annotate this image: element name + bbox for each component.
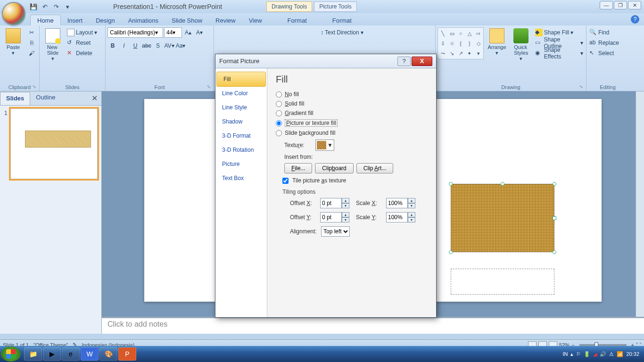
- maximize-button[interactable]: ❐: [614, 1, 627, 9]
- drawing-launcher-icon[interactable]: ⤡: [579, 84, 583, 89]
- vertical-scrollbar[interactable]: [636, 91, 644, 317]
- tray-lang[interactable]: IN: [562, 351, 568, 357]
- tray-clock[interactable]: 20:32: [626, 351, 639, 357]
- radio-slide-bg-fill[interactable]: [276, 130, 282, 136]
- shape-brace2-icon[interactable]: }: [465, 39, 474, 48]
- notes-pane[interactable]: Click to add notes: [102, 317, 644, 334]
- resize-handle-nw[interactable]: [449, 182, 453, 186]
- shape-rect-icon[interactable]: ▭: [448, 29, 456, 38]
- shape-arrow-icon[interactable]: ⇨: [474, 29, 483, 38]
- grow-font-icon[interactable]: A▴: [183, 27, 193, 38]
- shape-conn-icon[interactable]: ⤳: [439, 49, 447, 58]
- layout-button[interactable]: Layout ▾: [66, 27, 98, 38]
- insert-clipboard-button[interactable]: Clipboard: [315, 163, 353, 173]
- task-word-icon[interactable]: W: [81, 347, 99, 361]
- scale-x-down[interactable]: ▼: [408, 203, 415, 208]
- nav-textbox[interactable]: Text Box: [215, 171, 267, 185]
- tab-view[interactable]: View: [242, 15, 269, 25]
- offset-x-spinner[interactable]: ▲▼: [320, 198, 349, 208]
- shadow-button[interactable]: S: [153, 41, 163, 51]
- italic-button[interactable]: I: [119, 41, 129, 51]
- tile-checkbox[interactable]: [282, 178, 289, 184]
- shape-tri-icon[interactable]: △: [465, 29, 474, 38]
- font-family-combo[interactable]: Calibri (Headings)▾: [107, 27, 163, 38]
- shape-conn3-icon[interactable]: ↗: [456, 49, 465, 58]
- nav-3d-rotation[interactable]: 3-D Rotation: [215, 143, 267, 157]
- reset-button[interactable]: ↺Reset: [66, 38, 98, 48]
- radio-picture-row[interactable]: Picture or texture fill: [276, 118, 428, 128]
- task-explorer-icon[interactable]: 📁: [24, 347, 42, 361]
- text-direction-button[interactable]: ↕ Text Direction ▾: [320, 27, 364, 38]
- dialog-help-button[interactable]: ?: [397, 57, 411, 66]
- tab-design[interactable]: Design: [89, 15, 121, 25]
- task-mediaplayer-icon[interactable]: ▶: [43, 347, 61, 361]
- save-icon[interactable]: 💾: [28, 2, 39, 11]
- char-spacing-button[interactable]: AV▾: [164, 41, 174, 51]
- undo-icon[interactable]: ↶: [40, 2, 50, 11]
- offset-x-up[interactable]: ▲: [342, 198, 349, 203]
- paste-button[interactable]: Paste▾: [2, 27, 25, 57]
- tab-animations[interactable]: Animations: [122, 15, 165, 25]
- tab-slides-thumbnails[interactable]: Slides: [0, 92, 30, 105]
- scale-y-spinner[interactable]: ▲▼: [386, 212, 415, 222]
- shape-brace-icon[interactable]: {: [456, 39, 465, 48]
- bold-button[interactable]: B: [107, 41, 118, 51]
- tray-flag-icon[interactable]: ⚐: [576, 351, 581, 357]
- insert-clipart-button[interactable]: Clip Art...: [356, 163, 394, 173]
- cut-icon[interactable]: ✂: [26, 27, 37, 38]
- scale-y-up[interactable]: ▲: [408, 212, 415, 217]
- help-icon[interactable]: ?: [631, 15, 639, 24]
- offset-y-up[interactable]: ▲: [342, 212, 349, 217]
- strikethrough-button[interactable]: abc: [141, 41, 152, 51]
- texture-picker[interactable]: ▼: [315, 140, 334, 151]
- radio-gradient-row[interactable]: Gradient fill: [276, 108, 428, 118]
- shape-more-icon[interactable]: ▾: [474, 49, 483, 58]
- tray-signal-icon[interactable]: 📶: [617, 351, 623, 357]
- text-placeholder[interactable]: [451, 269, 554, 295]
- arrange-button[interactable]: Arrange▾: [486, 27, 508, 57]
- scale-y-input[interactable]: [386, 212, 408, 222]
- select-button[interactable]: ↖Select: [588, 48, 620, 58]
- offset-y-input[interactable]: [320, 212, 342, 222]
- radio-no-fill[interactable]: [276, 91, 282, 98]
- radio-no-fill-row[interactable]: No fill: [276, 90, 428, 99]
- qat-customize-icon[interactable]: ▾: [62, 2, 73, 11]
- redo-icon[interactable]: ↷: [51, 2, 61, 11]
- nav-3d-format[interactable]: 3-D Format: [215, 129, 267, 143]
- tray-volume-icon[interactable]: 🔊: [600, 351, 606, 357]
- new-slide-button[interactable]: New Slide▾: [41, 27, 64, 63]
- tray-battery-icon[interactable]: 🔋: [584, 351, 590, 357]
- find-button[interactable]: 🔍Find: [588, 27, 620, 38]
- offset-x-input[interactable]: [320, 198, 342, 208]
- tab-review[interactable]: Review: [209, 15, 242, 25]
- minimize-button[interactable]: —: [600, 1, 613, 9]
- resize-handle-e[interactable]: [553, 216, 556, 220]
- nav-shadow[interactable]: Shadow: [215, 115, 267, 129]
- underline-button[interactable]: U: [130, 41, 140, 51]
- task-ie-icon[interactable]: e: [62, 347, 80, 361]
- scale-y-down[interactable]: ▼: [408, 217, 415, 222]
- resize-handle-n[interactable]: [501, 182, 504, 186]
- delete-button[interactable]: ✕Delete: [66, 48, 98, 58]
- tab-outline[interactable]: Outline: [30, 91, 61, 105]
- shapes-gallery[interactable]: ╲▭○△⇨ ⇩☆{}◇ ⤳↘↗✦▾: [438, 27, 484, 59]
- tab-format-drawing[interactable]: Format: [281, 15, 314, 25]
- change-case-button[interactable]: Aa▾: [175, 41, 186, 51]
- dialog-titlebar[interactable]: Format Picture ? X: [215, 54, 436, 68]
- tab-format-picture[interactable]: Format: [326, 15, 358, 25]
- shape-conn2-icon[interactable]: ↘: [448, 49, 456, 58]
- tab-insert[interactable]: Insert: [61, 15, 90, 25]
- dialog-close-button[interactable]: X: [412, 57, 432, 66]
- slide-thumbnail-1[interactable]: 1: [10, 108, 98, 179]
- selected-shape[interactable]: [451, 184, 554, 252]
- shrink-font-icon[interactable]: A▾: [194, 27, 205, 38]
- office-button[interactable]: [2, 2, 25, 25]
- task-paint-icon[interactable]: 🎨: [99, 347, 117, 361]
- offset-x-down[interactable]: ▼: [342, 203, 349, 208]
- task-powerpoint-icon[interactable]: P: [118, 347, 136, 361]
- tab-slideshow[interactable]: Slide Show: [165, 15, 209, 25]
- radio-gradient-fill[interactable]: [276, 110, 282, 116]
- tray-av-icon[interactable]: ◢: [593, 351, 597, 357]
- quick-styles-button[interactable]: Quick Styles▾: [510, 27, 532, 63]
- shape-star-icon[interactable]: ☆: [448, 39, 456, 48]
